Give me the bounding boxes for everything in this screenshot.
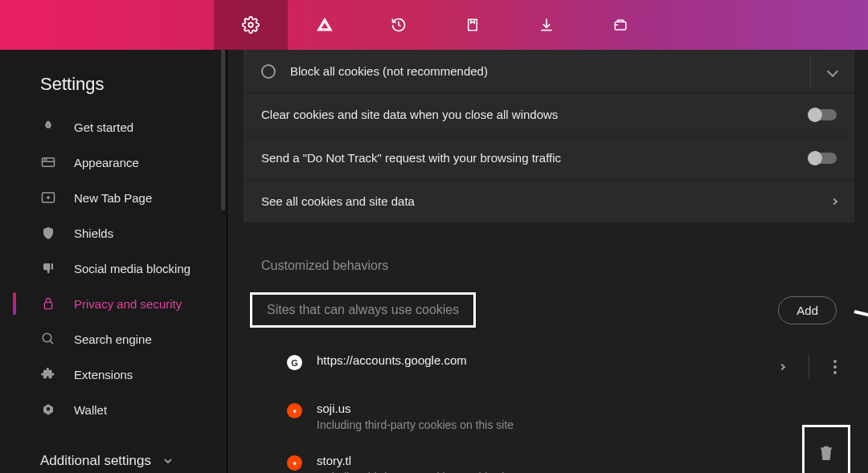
- svg-line-14: [854, 312, 868, 345]
- top-toolbar: [0, 0, 868, 50]
- site-domain: story.tl: [317, 454, 837, 467]
- sidebar-item-wallet[interactable]: Wallet: [0, 392, 227, 427]
- svg-rect-10: [44, 303, 51, 309]
- sidebar-item-social-blocking[interactable]: Social media blocking: [0, 251, 227, 286]
- customized-behaviors-title: Customized behaviors: [244, 223, 854, 283]
- thumbdown-icon: [40, 260, 56, 276]
- toolbar-warning-icon[interactable]: [288, 0, 362, 50]
- settings-title: Settings: [0, 50, 227, 100]
- site-domain: soji.us: [317, 402, 837, 415]
- toolbar-bookmark-icon[interactable]: [436, 0, 510, 50]
- toolbar-download-icon[interactable]: [510, 0, 583, 50]
- sidebar-item-search-engine[interactable]: Search engine: [0, 321, 227, 357]
- sidebar-item-appearance[interactable]: Appearance: [0, 145, 227, 180]
- sidebar-item-new-tab[interactable]: New Tab Page: [0, 180, 227, 215]
- chevron-down-icon: [164, 459, 172, 463]
- site-domain: https://accounts.google.com: [317, 353, 765, 367]
- add-button[interactable]: Add: [778, 296, 837, 324]
- see-all-cookies-row[interactable]: See all cookies and site data: [244, 180, 854, 223]
- search-icon: [40, 331, 56, 347]
- additional-settings[interactable]: Additional settings: [0, 427, 227, 469]
- clear-on-close-row: Clear cookies and site data when you clo…: [244, 93, 854, 137]
- trash-icon[interactable]: [819, 445, 833, 461]
- trash-annotation-box: [802, 425, 850, 473]
- sidebar-item-shields[interactable]: Shields: [0, 215, 227, 251]
- site-row[interactable]: G https://accounts.google.com: [287, 342, 837, 390]
- dnt-toggle[interactable]: [809, 153, 837, 164]
- reddit-favicon-icon: •: [287, 403, 302, 418]
- dnt-label: Send a "Do Not Track" request with your …: [261, 151, 809, 165]
- google-favicon-icon: G: [287, 355, 302, 370]
- site-sublabel: Including third-party cookies on this si…: [317, 418, 837, 431]
- sidebar-item-label: Search engine: [74, 332, 152, 346]
- lock-icon: [40, 296, 56, 312]
- newtab-icon: [40, 190, 56, 206]
- sidebar: Settings Get started Appearance New Tab …: [0, 50, 227, 473]
- toolbar-wallet-icon[interactable]: [583, 0, 657, 50]
- svg-rect-1: [469, 19, 477, 31]
- chevron-down-icon[interactable]: [827, 65, 838, 76]
- sites-allow-cookies-label: Sites that can always use cookies: [250, 292, 476, 328]
- sidebar-item-extensions[interactable]: Extensions: [0, 357, 227, 392]
- see-all-label: See all cookies and site data: [261, 194, 832, 208]
- clear-on-close-toggle[interactable]: [809, 109, 837, 120]
- extension-icon: [40, 366, 56, 382]
- svg-point-5: [44, 160, 45, 161]
- svg-point-11: [43, 333, 51, 342]
- content-area: Block all cookies (not recommended) Clea…: [227, 50, 868, 473]
- sidebar-item-label: Appearance: [74, 156, 139, 169]
- appearance-icon: [40, 154, 56, 170]
- sidebar-item-label: Privacy and security: [74, 297, 182, 311]
- sidebar-item-label: Social media blocking: [74, 262, 190, 275]
- sidebar-item-label: New Tab Page: [74, 191, 152, 205]
- annotation-arrow: [851, 307, 868, 355]
- radio-icon[interactable]: [261, 64, 276, 79]
- reddit-favicon-icon: •: [287, 455, 302, 471]
- wallet-icon: [40, 402, 56, 418]
- svg-rect-2: [615, 22, 626, 30]
- sidebar-item-label: Shields: [74, 226, 113, 240]
- toolbar-settings-icon[interactable]: [214, 0, 288, 50]
- toolbar-history-icon[interactable]: [362, 0, 436, 50]
- sidebar-item-privacy[interactable]: Privacy and security: [0, 286, 227, 321]
- site-row[interactable]: • story.tl Including third-party cookies…: [287, 442, 837, 473]
- site-row[interactable]: • soji.us Including third-party cookies …: [287, 390, 837, 442]
- chevron-right-icon: [831, 198, 837, 204]
- clear-on-close-label: Clear cookies and site data when you clo…: [261, 108, 809, 121]
- svg-line-12: [50, 340, 53, 344]
- rocket-icon: [40, 119, 56, 135]
- svg-point-6: [46, 160, 47, 161]
- sidebar-item-label: Wallet: [74, 403, 107, 417]
- more-menu-icon[interactable]: [833, 360, 837, 374]
- block-all-cookies-row[interactable]: Block all cookies (not recommended): [244, 50, 854, 93]
- sidebar-item-get-started[interactable]: Get started: [0, 109, 227, 145]
- dnt-row: Send a "Do Not Track" request with your …: [244, 137, 854, 180]
- chevron-right-icon[interactable]: [779, 364, 785, 370]
- sidebar-item-label: Get started: [74, 120, 133, 134]
- block-all-label: Block all cookies (not recommended): [290, 64, 810, 78]
- svg-point-0: [248, 22, 253, 27]
- shield-icon: [40, 225, 56, 241]
- additional-settings-label: Additional settings: [40, 453, 151, 469]
- sidebar-item-label: Extensions: [74, 368, 133, 381]
